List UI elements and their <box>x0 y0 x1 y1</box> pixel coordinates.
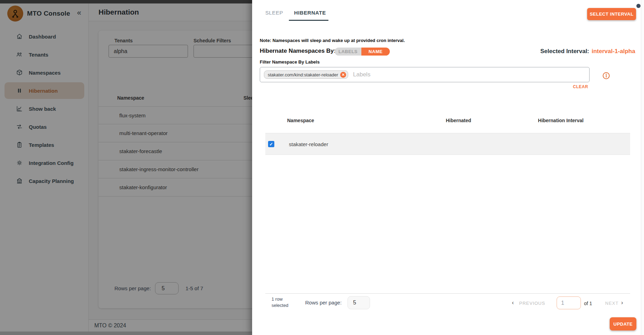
hibernate-by-toggle: LABELS NAME <box>335 48 390 56</box>
row-checkbox[interactable] <box>268 141 274 147</box>
selected-interval-label: Selected Interval: <box>540 48 589 55</box>
toggle-option-name[interactable]: NAME <box>361 48 390 56</box>
select-interval-button[interactable]: SELECT INTERVAL <box>587 8 636 20</box>
next-button[interactable]: NEXT <box>605 301 619 306</box>
active-tab-indicator <box>289 20 328 21</box>
update-button[interactable]: UPDATE <box>610 317 636 330</box>
selected-interval-value: interval-1-alpha <box>592 48 635 55</box>
scrollbar-track[interactable] <box>641 0 644 335</box>
selected-rows-count: 1 row selected <box>272 296 294 309</box>
previous-chevron-icon[interactable]: ‹ <box>512 299 514 306</box>
toggle-option-labels[interactable]: LABELS <box>335 48 361 56</box>
hibernate-by-label: Hibernate Namespaces By: <box>260 48 336 55</box>
drawer-table-header-namespace: Namespace <box>287 118 314 123</box>
next-chevron-icon[interactable]: › <box>621 299 623 306</box>
screen: MTO Console « Dashboard Tenants Namespac… <box>0 0 644 335</box>
label-chip-text: stakater.com/kind:stakater-reloader <box>268 72 338 77</box>
note-text: Note: Namespaces will sleep and wake up … <box>260 38 405 43</box>
rows-per-page-label: Rows per page: <box>305 300 342 305</box>
hibernate-drawer: SLEEP HIBERNATE SELECT INTERVAL Note: Na… <box>252 0 644 335</box>
page-count-label: of 1 <box>584 301 592 306</box>
table-row[interactable]: stakater-reloader <box>265 133 630 155</box>
labels-filter-input-container[interactable]: stakater.com/kind:stakater-reloader ✕ <box>260 67 590 82</box>
chip-remove-icon[interactable]: ✕ <box>340 72 346 78</box>
row-namespace: stakater-reloader <box>289 133 328 155</box>
tab-sleep[interactable]: SLEEP <box>265 10 283 16</box>
tab-hibernate[interactable]: HIBERNATE <box>294 10 326 16</box>
labels-input[interactable] <box>353 71 589 78</box>
rows-per-page-select[interactable]: 5 <box>347 296 370 309</box>
recording-indicator-dot <box>636 4 641 8</box>
info-icon[interactable] <box>602 72 610 80</box>
label-chip: stakater.com/kind:stakater-reloader ✕ <box>264 70 348 79</box>
drawer-table-header-hibernated: Hibernated <box>432 118 484 123</box>
previous-button[interactable]: PREVIOUS <box>519 301 545 306</box>
divider <box>265 293 630 294</box>
page-number-input[interactable] <box>557 296 581 309</box>
filter-by-labels-label: Filter Namespace By Labels <box>260 59 320 65</box>
clear-link[interactable]: CLEAR <box>573 84 588 89</box>
drawer-table-header-interval: Hibernation Interval <box>526 118 595 123</box>
